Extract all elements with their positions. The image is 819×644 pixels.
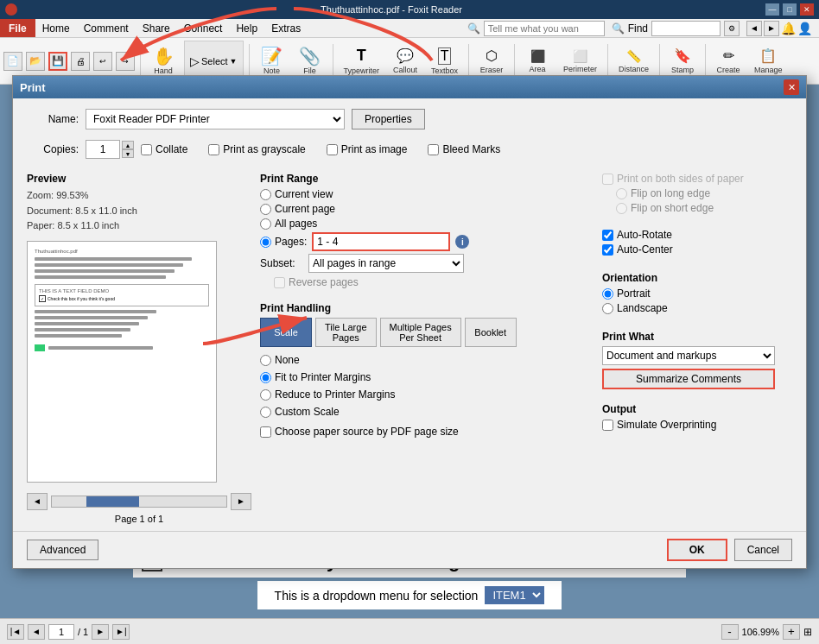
printer-select[interactable]: Foxit Reader PDF Printer — [86, 109, 345, 129]
bleed-marks-checkbox-label[interactable]: Bleed Marks — [428, 143, 500, 155]
custom-scale-text: Custom Scale — [275, 406, 340, 418]
paper-label-text: Paper: — [27, 220, 54, 230]
bleed-marks-checkbox[interactable] — [428, 144, 439, 155]
collate-checkbox[interactable] — [141, 144, 152, 155]
print-image-checkbox[interactable] — [327, 144, 338, 155]
grayscale-checkbox[interactable] — [208, 144, 219, 155]
flip-long-radio[interactable] — [616, 188, 627, 199]
auto-center-label[interactable]: Auto-Center — [602, 243, 792, 256]
reduce-printer-text: Reduce to Printer Margins — [275, 388, 395, 401]
none-text: None — [275, 354, 300, 366]
subset-row: Subset: All pages in range Odd pages onl… — [260, 254, 594, 273]
scale-btn[interactable]: Scale — [260, 318, 312, 347]
summarize-comments-btn[interactable]: Summarize Comments — [602, 369, 775, 389]
reduce-printer-radio[interactable] — [260, 389, 271, 401]
custom-scale-radio[interactable] — [260, 407, 271, 418]
none-radio-label[interactable]: None — [260, 354, 594, 366]
preview-box-label: THIS IS A TEXT FIELD DEMO — [39, 288, 205, 294]
middle-section: Print Range Current view Current page Al… — [260, 173, 594, 524]
none-radio[interactable] — [260, 355, 271, 366]
current-view-radio-label[interactable]: Current view — [260, 188, 594, 200]
current-page-radio[interactable] — [260, 204, 271, 215]
print-range-title: Print Range — [260, 173, 594, 185]
all-pages-text: All pages — [275, 218, 317, 230]
auto-rotate-checkbox[interactable] — [602, 230, 613, 241]
print-image-checkbox-label[interactable]: Print as image — [327, 143, 408, 155]
booklet-btn[interactable]: Booklet — [465, 318, 517, 347]
choose-paper-label[interactable]: Choose paper source by PDF page size — [260, 426, 594, 438]
preview-prev-btn[interactable]: ◄ — [27, 493, 48, 510]
cancel-btn[interactable]: Cancel — [734, 539, 792, 561]
duplex-sub: Flip on long edge Flip on short edge — [616, 187, 792, 214]
landscape-label[interactable]: Landscape — [602, 302, 792, 314]
pages-input[interactable] — [312, 232, 450, 251]
preview-line-4 — [35, 275, 166, 279]
auto-rotate-label[interactable]: Auto-Rotate — [602, 229, 792, 241]
current-view-radio[interactable] — [260, 189, 271, 200]
reverse-pages-checkbox[interactable] — [274, 277, 285, 288]
flip-short-label[interactable]: Flip on short edge — [616, 202, 792, 214]
copies-up-btn[interactable]: ▲ — [122, 141, 134, 149]
pages-radio-label[interactable]: Pages: — [260, 236, 307, 248]
both-sides-label[interactable]: Print on both sides of paper — [602, 173, 792, 185]
copies-row: Copies: ▲ ▼ Collate Print as — [27, 140, 792, 159]
dialog-footer: Advanced OK Cancel — [13, 531, 806, 568]
fit-printer-radio[interactable] — [260, 372, 271, 383]
all-pages-radio[interactable] — [260, 218, 271, 230]
preview-check-row: ✓ Check this box if you think it's good — [39, 295, 205, 302]
both-sides-checkbox[interactable] — [602, 174, 613, 185]
print-handling-section: Print Handling Scale Tile Large Pages Mu… — [260, 302, 594, 438]
preview-line-9 — [35, 334, 122, 338]
auto-rotate-text: Auto-Rotate — [617, 229, 672, 241]
portrait-label[interactable]: Portrait — [602, 287, 792, 300]
landscape-radio[interactable] — [602, 303, 613, 314]
current-page-radio-label[interactable]: Current page — [260, 203, 594, 215]
subset-select[interactable]: All pages in range Odd pages only Even p… — [308, 254, 464, 273]
tile-large-btn[interactable]: Tile Large Pages — [315, 318, 377, 347]
multiple-pages-btn[interactable]: Multiple Pages Per Sheet — [380, 318, 461, 347]
print-what-select[interactable]: Document and markups Document only Form … — [602, 346, 775, 365]
choose-paper-checkbox[interactable] — [260, 426, 271, 438]
right-section: Print on both sides of paper Flip on lon… — [602, 173, 792, 524]
copies-input[interactable] — [86, 140, 120, 159]
auto-center-text: Auto-Center — [617, 243, 673, 256]
preview-line-7 — [35, 322, 139, 325]
preview-next-btn[interactable]: ► — [231, 493, 251, 510]
doc-size-val: 8.5 x 11.0 inch — [75, 205, 137, 216]
grayscale-checkbox-label[interactable]: Print as grayscale — [208, 143, 305, 155]
portrait-radio[interactable] — [602, 288, 613, 300]
preview-scroll[interactable] — [51, 496, 227, 508]
print-dialog-overlay: Print ✕ Name: Foxit Reader PDF Printer P… — [0, 0, 819, 644]
flip-long-label[interactable]: Flip on long edge — [616, 187, 792, 199]
pages-row: Pages: i — [260, 232, 594, 251]
preview-info: Zoom: 99.53% Document: 8.5 x 11.0 inch P… — [27, 188, 251, 234]
dialog-body: Name: Foxit Reader PDF Printer Propertie… — [13, 98, 806, 173]
copies-spinner: ▲ ▼ — [122, 141, 134, 158]
portrait-text: Portrait — [617, 287, 651, 300]
flip-long-text: Flip on long edge — [631, 187, 710, 199]
custom-scale-radio-label[interactable]: Custom Scale — [260, 406, 594, 418]
both-sides-text: Print on both sides of paper — [617, 173, 744, 185]
pages-radio[interactable] — [260, 237, 271, 248]
properties-btn[interactable]: Properties — [352, 109, 425, 129]
ok-btn[interactable]: OK — [667, 539, 727, 561]
fit-printer-radio-label[interactable]: Fit to Printer Margins — [260, 371, 594, 383]
zoom-val-text: 99.53% — [56, 190, 88, 200]
preview-section: Preview Zoom: 99.53% Document: 8.5 x 11.… — [27, 173, 251, 524]
preview-page: Thuthuattinhoc.pdf THIS IS A TEXT FIELD … — [28, 242, 216, 482]
auto-center-checkbox[interactable] — [602, 244, 613, 256]
copies-down-btn[interactable]: ▼ — [122, 149, 134, 158]
collate-checkbox-label[interactable]: Collate — [141, 143, 187, 155]
advanced-btn[interactable]: Advanced — [27, 540, 98, 560]
reduce-printer-radio-label[interactable]: Reduce to Printer Margins — [260, 388, 594, 401]
dialog-close-btn[interactable]: ✕ — [784, 79, 799, 95]
pages-info-icon[interactable]: i — [455, 235, 469, 249]
simulate-overprinting-label[interactable]: Simulate Overprinting — [602, 419, 792, 431]
preview-line-3 — [35, 269, 175, 273]
all-pages-radio-label[interactable]: All pages — [260, 218, 594, 230]
simulate-overprinting-checkbox[interactable] — [602, 420, 613, 431]
bleed-marks-label: Bleed Marks — [442, 143, 500, 155]
flip-short-radio[interactable] — [616, 203, 627, 214]
simulate-overprinting-text: Simulate Overprinting — [617, 419, 716, 431]
name-label: Name: — [27, 113, 79, 125]
